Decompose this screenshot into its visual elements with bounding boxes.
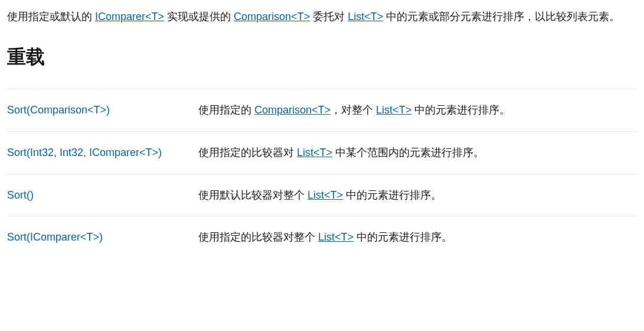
table-row: Sort(Comparison<T>)使用指定的 Comparison<T>，对…	[7, 89, 637, 132]
overloads-tbody: Sort(Comparison<T>)使用指定的 Comparison<T>，对…	[7, 89, 637, 258]
overload-name-cell: Sort(IComparer<T>)	[7, 216, 198, 258]
doc-link[interactable]: List<T>	[376, 104, 411, 116]
overload-desc-cell: 使用默认比较器对整个 List<T> 中的元素进行排序。	[198, 174, 637, 216]
doc-link[interactable]: Comparison<T>	[234, 11, 310, 22]
table-row: Sort()使用默认比较器对整个 List<T> 中的元素进行排序。	[7, 174, 637, 216]
overload-desc-cell: 使用指定的比较器对整个 List<T> 中的元素进行排序。	[198, 216, 637, 258]
overloads-heading: 重载	[7, 43, 637, 71]
overload-link[interactable]: Sort(Comparison<T>)	[7, 104, 110, 116]
overload-name-cell: Sort(Int32, Int32, IComparer<T>)	[7, 131, 198, 174]
table-row: Sort(Int32, Int32, IComparer<T>)使用指定的比较器…	[7, 131, 637, 174]
overload-desc-cell: 使用指定的 Comparison<T>，对整个 List<T> 中的元素进行排序…	[198, 89, 637, 132]
overload-link[interactable]: Sort(Int32, Int32, IComparer<T>)	[7, 147, 162, 158]
overload-link[interactable]: Sort()	[7, 189, 34, 201]
overload-link[interactable]: Sort(IComparer<T>)	[7, 231, 103, 243]
overload-name-cell: Sort()	[7, 174, 198, 216]
table-row: Sort(IComparer<T>)使用指定的比较器对整个 List<T> 中的…	[7, 216, 637, 258]
overloads-table: Sort(Comparison<T>)使用指定的 Comparison<T>，对…	[7, 89, 637, 258]
overload-desc-cell: 使用指定的比较器对 List<T> 中某个范围内的元素进行排序。	[198, 131, 637, 174]
doc-link[interactable]: List<T>	[318, 231, 354, 243]
doc-link[interactable]: Comparison<T>	[254, 104, 331, 116]
doc-link[interactable]: IComparer<T>	[95, 11, 164, 22]
doc-link[interactable]: List<T>	[297, 147, 332, 158]
overload-name-cell: Sort(Comparison<T>)	[7, 89, 198, 132]
doc-link[interactable]: List<T>	[348, 11, 383, 22]
doc-link[interactable]: List<T>	[308, 189, 343, 201]
intro-paragraph: 使用指定或默认的 IComparer<T> 实现或提供的 Comparison<…	[7, 7, 637, 26]
